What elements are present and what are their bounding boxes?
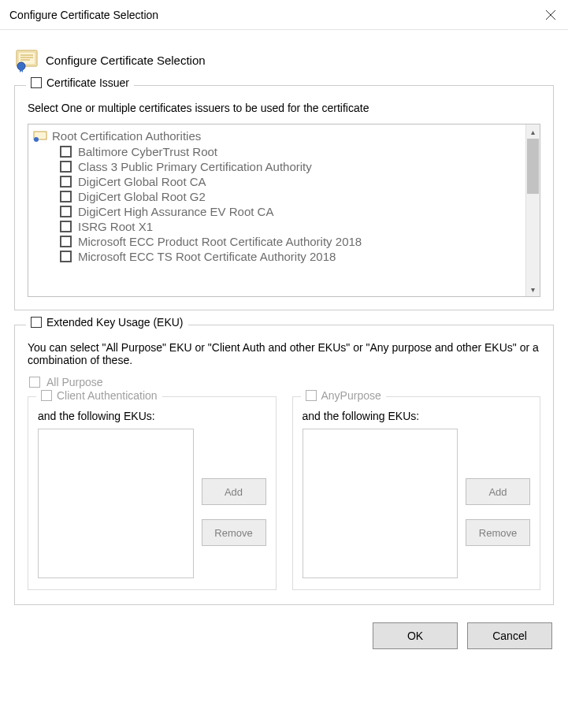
any-purpose-add-button[interactable]: Add (466, 478, 530, 505)
issuer-item-label: Baltimore CyberTrust Root (78, 145, 217, 158)
issuer-item[interactable]: Baltimore CyberTrust Root (60, 144, 522, 159)
any-purpose-group: AnyPurpose and the following EKUs: Add R… (292, 396, 541, 590)
issuer-item-checkbox[interactable] (60, 191, 72, 202)
close-button[interactable] (544, 9, 557, 21)
scroll-up-icon[interactable]: ▴ (526, 124, 540, 139)
eku-label: Extended Key Usage (EKU) (46, 316, 184, 329)
certificate-issuer-legend: Certificate Issuer (26, 76, 134, 89)
eku-legend: Extended Key Usage (EKU) (26, 316, 188, 329)
title-bar: Configure Certificate Selection (0, 0, 568, 30)
any-purpose-legend: AnyPurpose (301, 389, 386, 402)
issuer-item-checkbox[interactable] (60, 206, 72, 217)
issuer-item-checkbox[interactable] (60, 161, 72, 173)
cancel-button[interactable]: Cancel (467, 622, 552, 649)
eku-checkbox[interactable] (31, 317, 42, 328)
issuer-item-label: ISRG Root X1 (78, 220, 153, 233)
issuer-tree: Root Certification Authorities Baltimore… (28, 124, 540, 297)
certificate-issuer-group: Certificate Issuer Select One or multipl… (14, 85, 554, 310)
all-purpose-label: All Purpose (46, 376, 103, 388)
issuer-item[interactable]: DigiCert Global Root G2 (60, 189, 522, 204)
client-auth-add-button[interactable]: Add (202, 478, 266, 505)
issuer-item[interactable]: DigiCert Global Root CA (60, 174, 522, 189)
issuer-item-checkbox[interactable] (60, 146, 72, 158)
all-purpose-checkbox[interactable] (29, 377, 40, 388)
issuer-item[interactable]: Microsoft ECC Product Root Certificate A… (60, 234, 522, 249)
window-title: Configure Certificate Selection (9, 9, 158, 21)
svg-point-7 (17, 62, 25, 70)
svg-point-9 (34, 137, 39, 142)
any-purpose-remove-button[interactable]: Remove (466, 519, 530, 546)
client-auth-following-label: and the following EKUs: (38, 410, 266, 422)
any-purpose-following-label: and the following EKUs: (303, 410, 531, 422)
issuer-item-label: DigiCert Global Root G2 (78, 190, 206, 203)
issuer-item[interactable]: ISRG Root X1 (60, 219, 522, 234)
certificate-icon (33, 131, 47, 142)
issuer-item-label: DigiCert Global Root CA (78, 175, 206, 188)
issuer-item[interactable]: DigiCert High Assurance EV Root CA (60, 204, 522, 219)
issuer-item[interactable]: Microsoft ECC TS Root Certificate Author… (60, 249, 522, 264)
issuer-item-checkbox[interactable] (60, 251, 72, 262)
issuer-root-node[interactable]: Root Certification Authorities (33, 129, 522, 143)
any-purpose-checkbox[interactable] (306, 390, 317, 401)
ok-button[interactable]: OK (373, 622, 458, 649)
client-auth-label: Client Authentication (57, 389, 158, 402)
certificate-icon (14, 47, 39, 72)
client-auth-group: Client Authentication and the following … (28, 396, 277, 590)
client-auth-checkbox[interactable] (41, 390, 52, 401)
issuer-root-label: Root Certification Authorities (52, 129, 201, 143)
scroll-down-icon[interactable]: ▾ (526, 282, 540, 296)
dialog-content: Configure Certificate Selection Certific… (0, 30, 568, 665)
scroll-thumb[interactable] (527, 139, 539, 194)
any-purpose-listbox[interactable] (303, 429, 458, 578)
issuer-tree-viewport[interactable]: Root Certification Authorities Baltimore… (28, 124, 525, 296)
eku-group: Extended Key Usage (EKU) You can select … (14, 325, 554, 605)
issuer-item-label: Class 3 Public Primary Certification Aut… (78, 160, 312, 173)
issuer-description: Select One or multiple certificates issu… (28, 102, 540, 114)
issuer-scrollbar[interactable]: ▴ ▾ (525, 124, 540, 296)
client-auth-legend: Client Authentication (36, 389, 162, 402)
page-header: Configure Certificate Selection (14, 47, 554, 72)
client-auth-listbox[interactable] (38, 429, 194, 578)
issuer-item-label: Microsoft ECC Product Root Certificate A… (78, 235, 362, 248)
issuer-item-checkbox[interactable] (60, 176, 72, 188)
issuer-item-label: DigiCert High Assurance EV Root CA (78, 205, 273, 218)
certificate-issuer-checkbox[interactable] (31, 77, 42, 88)
all-purpose-row: All Purpose (29, 376, 540, 388)
certificate-issuer-label: Certificate Issuer (46, 76, 129, 89)
client-auth-remove-button[interactable]: Remove (202, 519, 266, 546)
issuer-item-checkbox[interactable] (60, 221, 72, 232)
any-purpose-label: AnyPurpose (321, 389, 381, 402)
close-icon (545, 9, 556, 20)
issuer-item[interactable]: Class 3 Public Primary Certification Aut… (60, 159, 522, 174)
issuer-item-label: Microsoft ECC TS Root Certificate Author… (78, 250, 336, 263)
page-heading: Configure Certificate Selection (46, 54, 206, 67)
dialog-button-row: OK Cancel (14, 619, 554, 649)
issuer-item-checkbox[interactable] (60, 236, 72, 247)
eku-description: You can select "All Purpose" EKU or "Cli… (28, 341, 540, 366)
